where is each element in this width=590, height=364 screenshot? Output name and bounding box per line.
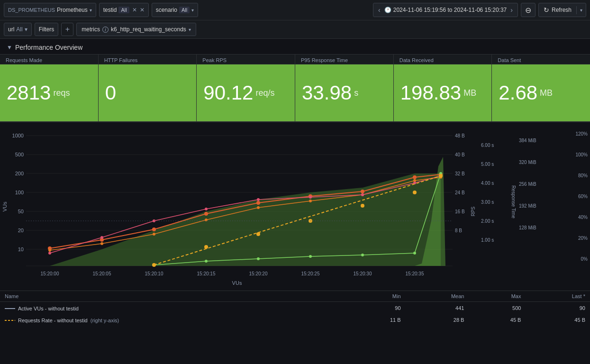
datasource-chevron-icon: ▾	[90, 8, 92, 13]
svg-text:384 MiB: 384 MiB	[519, 138, 536, 143]
legend-max-cell: 500	[469, 302, 526, 314]
refresh-label-area[interactable]: ↻ Refresh	[539, 5, 576, 15]
section-collapse-icon[interactable]: ▼	[7, 44, 12, 51]
stat-value: 2813	[7, 83, 51, 103]
svg-point-47	[100, 236, 103, 239]
legend-line-dashed	[5, 320, 15, 321]
svg-point-50	[257, 198, 260, 201]
legend-mean-cell: 28 B	[406, 314, 469, 326]
zoom-button[interactable]: ⊖	[521, 3, 536, 17]
stat-card-body: 0	[99, 64, 197, 121]
stat-cards-row: Requests Made 2813 reqs HTTP Failures 0 …	[0, 54, 590, 122]
svg-point-41	[257, 206, 260, 209]
url-label: url	[8, 26, 14, 33]
stat-card-body: 33.98 s	[295, 64, 393, 121]
legend-last-header: Last *	[526, 291, 590, 302]
svg-text:200: 200	[15, 171, 24, 176]
stat-card-body: 90.12 req/s	[197, 64, 295, 121]
svg-point-35	[413, 175, 417, 179]
svg-text:15:20:10: 15:20:10	[145, 271, 163, 276]
datasource-pill[interactable]: DS_PROMETHEUS Prometheus ▾	[4, 3, 96, 17]
add-filter-button[interactable]: +	[61, 23, 73, 36]
svg-point-67	[361, 204, 364, 208]
svg-text:15:20:35: 15:20:35	[406, 271, 424, 276]
svg-point-59	[361, 254, 364, 256]
svg-text:192 MiB: 192 MiB	[519, 203, 536, 209]
stat-unit: req/s	[255, 88, 274, 98]
svg-point-65	[256, 232, 260, 236]
legend-row: Active VUs - without testid 90 441 500 9…	[0, 302, 590, 314]
refresh-dropdown-chevron[interactable]: ▾	[576, 6, 586, 14]
legend-min-cell: 11 B	[349, 314, 406, 326]
stat-card-body: 2.68 MB	[492, 64, 590, 121]
testid-x-icon[interactable]: ✕	[140, 7, 145, 13]
chart-container: 1000 500 200 100 50 20 10 VUs 15:20:00 1…	[0, 122, 590, 326]
svg-point-51	[309, 196, 312, 199]
svg-text:60%: 60%	[578, 194, 588, 199]
svg-point-64	[204, 245, 208, 249]
svg-point-39	[153, 233, 155, 236]
metrics-pill[interactable]: metrics i k6_http_req_waiting_seconds ▾	[76, 23, 196, 36]
svg-point-68	[413, 191, 417, 194]
testid-close-icon[interactable]: ✕	[132, 7, 137, 13]
legend-min-cell: 90	[349, 302, 406, 314]
toolbar-row2: url All ▾ Filters + metrics i k6_http_re…	[0, 20, 590, 39]
svg-text:16 B: 16 B	[455, 209, 465, 214]
stat-card-title: Requests Made	[0, 55, 98, 64]
chart-svg: 1000 500 200 100 50 20 10 VUs 15:20:00 1…	[0, 126, 590, 287]
scenario-pill[interactable]: scenario All ▾	[152, 3, 199, 17]
svg-text:40 B: 40 B	[455, 152, 465, 157]
svg-text:15:20:20: 15:20:20	[249, 271, 268, 276]
datasource-name: Prometheus	[57, 7, 88, 13]
svg-text:4.00 s: 4.00 s	[481, 181, 494, 186]
stat-card-title: Data Sent	[492, 55, 590, 64]
testid-label: testid	[103, 7, 117, 13]
stat-value: 0	[105, 83, 116, 103]
svg-text:15:20:25: 15:20:25	[301, 271, 320, 276]
svg-text:1.00 s: 1.00 s	[481, 237, 494, 243]
svg-point-42	[309, 200, 312, 202]
svg-text:32 B: 32 B	[455, 171, 465, 176]
svg-point-60	[413, 252, 416, 255]
svg-point-57	[257, 257, 260, 260]
stat-card-p95-response-time: P95 Response Time 33.98 s	[295, 55, 394, 121]
svg-text:5.00 s: 5.00 s	[481, 162, 494, 167]
legend-last-cell: 90	[526, 302, 590, 314]
stat-card-requests-made: Requests Made 2813 reqs	[0, 55, 99, 121]
stat-unit: reqs	[53, 88, 70, 98]
filters-label: Filters	[39, 26, 54, 33]
svg-text:24 B: 24 B	[455, 190, 465, 195]
section-header: ▼ Performance Overview	[0, 39, 590, 54]
legend-name-cell: Active VUs - without testid	[0, 302, 349, 314]
filters-button[interactable]: Filters	[35, 23, 59, 36]
svg-point-32	[256, 201, 260, 205]
url-filter-pill[interactable]: url All ▾	[4, 23, 32, 36]
svg-text:15:20:05: 15:20:05	[93, 271, 111, 276]
time-prev-button[interactable]: ‹	[376, 6, 382, 14]
metrics-info-icon: i	[102, 27, 109, 33]
legend-table: Name Min Mean Max Last * Active VUs - wi…	[0, 291, 590, 326]
stat-unit: MB	[463, 88, 476, 98]
svg-text:120%: 120%	[575, 131, 588, 136]
svg-point-63	[152, 263, 156, 267]
svg-text:2.00 s: 2.00 s	[481, 218, 494, 224]
stat-card-title: P95 Response Time	[295, 55, 393, 64]
stat-unit: s	[354, 88, 358, 98]
stat-card-data-sent: Data Sent 2.68 MB	[492, 55, 590, 121]
refresh-button[interactable]: ↻ Refresh ▾	[538, 3, 586, 17]
testid-pill[interactable]: testid All ✕ ✕	[99, 3, 149, 17]
svg-text:3.00 s: 3.00 s	[481, 200, 494, 205]
metrics-value: k6_http_req_waiting_seconds	[111, 26, 186, 33]
svg-text:VUs: VUs	[232, 280, 242, 286]
svg-text:20: 20	[18, 228, 24, 233]
time-range-nav[interactable]: ‹ 🕐 2024-11-06 15:19:56 to 2024-11-06 15…	[373, 3, 518, 17]
legend-mean-header: Mean	[406, 291, 469, 302]
svg-text:100%: 100%	[575, 152, 588, 157]
svg-text:80%: 80%	[578, 173, 588, 178]
svg-text:10: 10	[18, 246, 24, 252]
time-next-button[interactable]: ›	[508, 6, 515, 14]
legend-sublabel: (right y-axis)	[91, 318, 119, 323]
legend-line-wrapper: Requests Rate - without testid (right y-…	[5, 318, 119, 323]
svg-text:40%: 40%	[578, 215, 588, 220]
legend-mean-cell: 441	[406, 302, 469, 314]
